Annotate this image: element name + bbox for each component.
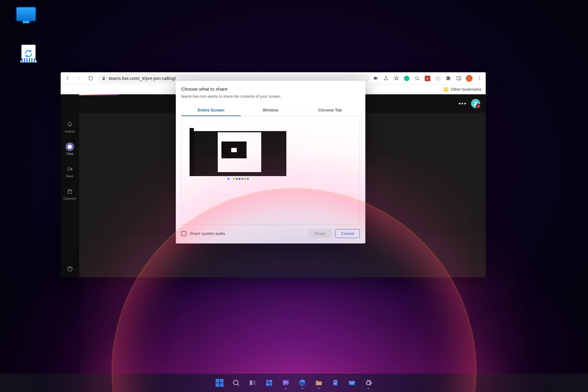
recycle-arrows-icon	[24, 49, 33, 58]
rail-calendar[interactable]: Calendar	[61, 185, 79, 202]
task-view-icon	[249, 379, 257, 387]
other-bookmarks-folder[interactable]: Other bookmarks	[451, 87, 481, 92]
extension-disabled-icon[interactable]	[434, 74, 442, 83]
rail-label: Meet	[66, 174, 73, 178]
gear-icon	[364, 379, 372, 387]
taskbar-store[interactable]	[329, 376, 342, 390]
search-button[interactable]	[229, 376, 243, 390]
svg-rect-18	[334, 383, 335, 383]
this-pc-icon[interactable]	[9, 7, 43, 21]
user-avatar[interactable]	[471, 99, 480, 108]
profile-avatar-icon[interactable]	[465, 74, 473, 83]
svg-rect-20	[334, 384, 335, 385]
extension-adblock-icon[interactable]: μ	[423, 74, 432, 83]
more-options-icon[interactable]: •••	[458, 100, 467, 107]
calendar-icon	[67, 189, 73, 194]
widgets-button[interactable]	[262, 376, 276, 390]
tab-entire-screen[interactable]: Entire Screen	[181, 105, 241, 116]
dialog-subtitle: teams.live.com wants to share the conten…	[181, 94, 360, 99]
svg-point-3	[479, 78, 480, 79]
share-audio-label: Share system audio	[190, 231, 225, 236]
help-icon	[67, 266, 73, 272]
svg-rect-13	[270, 380, 272, 383]
share-button[interactable]: Share	[308, 229, 332, 238]
widgets-icon	[265, 379, 273, 387]
edge-icon	[298, 379, 306, 387]
search-icon	[232, 379, 240, 387]
recycle-bin-icon[interactable]	[12, 45, 45, 62]
taskbar-chat[interactable]	[279, 376, 292, 390]
lock-icon	[102, 76, 106, 80]
taskbar-explorer[interactable]	[312, 376, 326, 390]
rail-label: Activity	[65, 130, 75, 133]
share-page-icon[interactable]	[382, 74, 390, 83]
screen-thumbnail[interactable]	[187, 126, 289, 182]
chrome-menu-icon[interactable]	[475, 74, 484, 83]
folder-icon	[443, 87, 448, 92]
svg-rect-11	[253, 380, 256, 385]
reload-button[interactable]	[86, 74, 96, 83]
dialog-body	[181, 116, 360, 225]
taskbar-edge[interactable]	[296, 376, 309, 390]
chat-icon	[67, 144, 73, 149]
cancel-button[interactable]: Cancel	[335, 229, 360, 238]
extensions-puzzle-icon[interactable]	[444, 74, 453, 83]
svg-rect-7	[68, 190, 72, 194]
screen-share-dialog: Choose what to share teams.live.com want…	[176, 81, 365, 243]
svg-rect-19	[336, 383, 337, 383]
dialog-footer: Share system audio Share Cancel	[176, 225, 365, 243]
teams-nav-rail: Activity Chat Meet Calendar	[61, 94, 79, 277]
forward-button[interactable]	[74, 74, 84, 83]
tab-chrome-tab[interactable]: Chrome Tab	[300, 105, 360, 116]
rail-activity[interactable]: Activity	[61, 118, 79, 135]
svg-point-4	[479, 79, 480, 80]
svg-point-0	[415, 77, 418, 80]
start-button[interactable]	[213, 376, 226, 390]
svg-point-2	[479, 76, 480, 77]
bell-icon	[67, 122, 73, 127]
url-text: teams.live.com/_#/pre-join-calling/	[109, 76, 176, 81]
svg-rect-14	[266, 383, 269, 386]
task-view-button[interactable]	[246, 376, 259, 390]
share-audio-checkbox[interactable]	[181, 231, 186, 236]
svg-point-5	[475, 102, 477, 104]
folder-icon	[315, 379, 323, 387]
windows-taskbar	[0, 374, 588, 392]
extension-search-icon[interactable]	[413, 74, 421, 83]
dialog-tabs: Entire Screen Window Chrome Tab	[181, 105, 360, 116]
svg-rect-1	[457, 77, 461, 80]
video-icon	[67, 166, 73, 172]
taskbar-mail[interactable]	[345, 376, 359, 390]
svg-rect-12	[266, 380, 269, 383]
side-panel-icon[interactable]	[454, 74, 463, 83]
tab-window[interactable]: Window	[241, 105, 300, 116]
star-bookmark-icon[interactable]	[392, 74, 401, 83]
taskbar-settings[interactable]	[362, 376, 375, 390]
svg-rect-15	[270, 383, 272, 386]
chat-bubble-icon	[282, 379, 290, 387]
svg-point-9	[233, 380, 238, 385]
windows-logo-icon	[216, 379, 224, 387]
store-icon	[331, 379, 339, 387]
rail-chat[interactable]: Chat	[61, 141, 79, 157]
rail-label: Calendar	[63, 197, 77, 200]
rail-meet[interactable]: Meet	[61, 163, 79, 180]
dialog-title: Choose what to share	[181, 86, 360, 92]
back-button[interactable]	[62, 74, 72, 83]
camera-indicator-icon[interactable]	[371, 74, 380, 83]
desktop-wallpaper: teams.live.com/_#/pre-join-calling/ μ Ot…	[0, 0, 588, 392]
svg-rect-22	[349, 381, 355, 385]
svg-rect-21	[336, 384, 337, 385]
svg-rect-10	[250, 380, 252, 385]
person-icon	[473, 101, 478, 106]
rail-label: Chat	[66, 152, 73, 156]
extension-grammarly-icon[interactable]	[402, 74, 411, 83]
rail-help[interactable]	[67, 266, 73, 273]
mail-icon	[348, 379, 356, 387]
svg-rect-6	[68, 168, 70, 170]
